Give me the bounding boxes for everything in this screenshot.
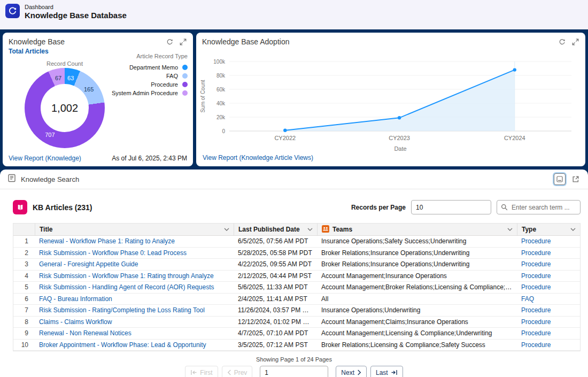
view-report-knowledge-link[interactable]: View Report (Knowledge) <box>9 155 81 162</box>
article-title-link[interactable]: Risk Submission - Workflow Phase 0: Lead… <box>39 249 187 257</box>
article-title-link[interactable]: Renewal - Non Renewal Notices <box>39 329 131 337</box>
teams-value: Broker Relations;Insurance Operations;Un… <box>317 260 517 268</box>
open-in-new-window-icon <box>572 175 579 183</box>
type-link[interactable]: Procedure <box>521 260 551 268</box>
view-report-article-views-link[interactable]: View Report (Knowledge Article Views) <box>203 154 313 161</box>
app-header: Dashboard Knowledge Base Database <box>0 0 588 29</box>
last-page-button[interactable]: Last <box>370 366 403 377</box>
prev-page-button[interactable]: Prev <box>222 366 253 377</box>
records-per-page-input[interactable] <box>411 200 491 214</box>
published-date: 6/5/2025, 07:56 AM PDT <box>234 237 317 245</box>
kb-articles-title: KB Articles (231) <box>33 203 92 212</box>
legend-dot <box>182 90 188 96</box>
last-page-icon <box>391 370 398 375</box>
teams-column-header[interactable]: Teams <box>317 224 517 235</box>
donut-wrap: 1,002 6316570767 <box>25 68 105 148</box>
svg-text:20k: 20k <box>216 114 226 120</box>
article-title-link[interactable]: Risk Submission - Workflow Phase 1: Rati… <box>39 272 214 280</box>
next-page-button[interactable]: Next <box>336 366 367 377</box>
type-link[interactable]: Procedure <box>521 237 551 245</box>
type-link[interactable]: Procedure <box>521 306 551 314</box>
date-column-header[interactable]: Last Published Date <box>234 224 317 235</box>
open-in-new-window-button[interactable] <box>570 173 582 185</box>
donut-segment-value: 707 <box>45 132 55 138</box>
article-title-link[interactable]: Broker Appointment - Workflow Phase: Lea… <box>39 341 206 349</box>
svg-text:CY2023: CY2023 <box>389 135 410 141</box>
type-link[interactable]: Procedure <box>521 283 551 291</box>
adoption-panel-title: Knowledge Base Adoption <box>202 37 289 46</box>
row-number-header <box>13 224 35 235</box>
type-link[interactable]: Procedure <box>521 318 551 326</box>
table-row: 4Risk Submission - Workflow Phase 1: Rat… <box>13 271 580 282</box>
legend-item[interactable]: Procedure <box>112 80 188 89</box>
first-page-button[interactable]: First <box>185 366 218 377</box>
as-of-timestamp: As of Jul 6, 2025, 2:43 PM <box>112 155 187 162</box>
expand-icon[interactable] <box>572 39 579 45</box>
kb-articles-icon <box>13 200 27 214</box>
svg-text:CY2022: CY2022 <box>274 135 296 141</box>
published-date: 4/7/2025, 07:10 AM PDT <box>234 329 317 337</box>
article-title-link[interactable]: Claims - Claims Workflow <box>39 318 112 326</box>
chevron-down-icon[interactable] <box>570 228 576 231</box>
title-column-header[interactable]: Title <box>35 224 234 235</box>
published-date: 11/26/2024, 03:57 PM PST <box>234 306 317 314</box>
type-link[interactable]: Procedure <box>521 249 551 257</box>
type-link[interactable]: Procedure <box>521 341 551 349</box>
table-row: 1Renewal - Workflow Phase 1: Rating to A… <box>13 236 580 248</box>
article-title-link[interactable]: Risk Submission - Handling Agent of Reco… <box>39 283 214 291</box>
chevron-down-icon[interactable] <box>224 228 229 231</box>
chevron-down-icon[interactable] <box>307 228 313 231</box>
teams-value: Account Management;Licensing & Complianc… <box>317 329 517 337</box>
type-column-header[interactable]: Type <box>517 224 580 235</box>
adoption-panel: Knowledge Base Adoption 020k40k60k80k100… <box>196 33 585 166</box>
article-title-link[interactable]: Renewal - Workflow Phase 1: Rating to An… <box>39 237 175 245</box>
type-link[interactable]: FAQ <box>521 295 534 303</box>
donut-total: 1,002 <box>51 102 78 114</box>
teams-value: Broker Relations;Licensing & Compliance;… <box>317 341 517 349</box>
type-cell: Procedure <box>517 329 580 337</box>
page-number-input[interactable] <box>260 366 328 377</box>
article-title-link[interactable]: General - Foresight Appetite Guide <box>39 260 138 268</box>
type-cell: Procedure <box>517 260 580 268</box>
donut-segment-value: 165 <box>84 86 94 93</box>
expand-icon[interactable] <box>180 39 187 45</box>
legend-item[interactable]: System Admin Procedure <box>112 89 188 97</box>
article-title-cell: Claims - Claims Workflow <box>35 318 234 326</box>
breadcrumb[interactable]: Dashboard <box>25 4 127 10</box>
knowledge-search-panel: Knowledge Search KB Articles (231) Recor… <box>0 170 588 377</box>
type-link[interactable]: Procedure <box>521 329 551 337</box>
published-date: 5/6/2025, 11:33 AM PDT <box>234 283 317 291</box>
refresh-icon[interactable] <box>559 39 566 45</box>
row-number: 5 <box>13 283 35 291</box>
prev-page-icon <box>227 370 231 375</box>
knowledge-search-title: Knowledge Search <box>21 175 79 183</box>
table-row: 7Risk Submission - Rating/Completing the… <box>13 305 580 317</box>
search-input[interactable] <box>497 200 581 214</box>
legend-items: Department MemoFAQProcedureSystem Admin … <box>112 63 188 97</box>
article-title-link[interactable]: FAQ - Bureau Information <box>39 295 112 303</box>
chevron-down-icon[interactable] <box>507 228 513 231</box>
legend-item[interactable]: Department Memo <box>112 63 188 72</box>
knowledge-search-icon <box>7 174 16 184</box>
svg-text:CY2024: CY2024 <box>504 135 525 141</box>
minimize-button[interactable] <box>554 173 566 185</box>
refresh-icon[interactable] <box>166 39 173 45</box>
search-band: Knowledge Search KB Articles (231) Recor… <box>0 170 588 377</box>
table-row: 10Broker Appointment - Workflow Phase: L… <box>13 340 580 351</box>
minimize-icon <box>556 176 563 182</box>
article-title-cell: FAQ - Bureau Information <box>35 295 234 303</box>
article-title-link[interactable]: Risk Submission - Rating/Completing the … <box>39 306 205 314</box>
type-link[interactable]: Procedure <box>521 272 551 280</box>
records-per-page-label: Records per Page <box>351 204 406 211</box>
svg-text:60k: 60k <box>216 87 226 93</box>
legend-label: FAQ <box>166 73 178 79</box>
dashboard-band: Knowledge Base Total Articles Record Cou… <box>0 29 588 170</box>
kb-articles-table: Title Last Published Date Teams Type 1R <box>13 223 581 351</box>
total-articles-link[interactable]: Total Articles <box>9 48 49 55</box>
adoption-line-chart[interactable]: 020k40k60k80k100kCY2022CY2023CY2024DateS… <box>198 51 576 153</box>
article-title-cell: General - Foresight Appetite Guide <box>35 260 234 268</box>
legend-item[interactable]: FAQ <box>112 72 188 80</box>
teams-value: Insurance Operations;Safety Success;Unde… <box>317 237 517 245</box>
knowledge-search-header: Knowledge Search <box>0 170 588 189</box>
svg-text:0: 0 <box>222 128 225 134</box>
